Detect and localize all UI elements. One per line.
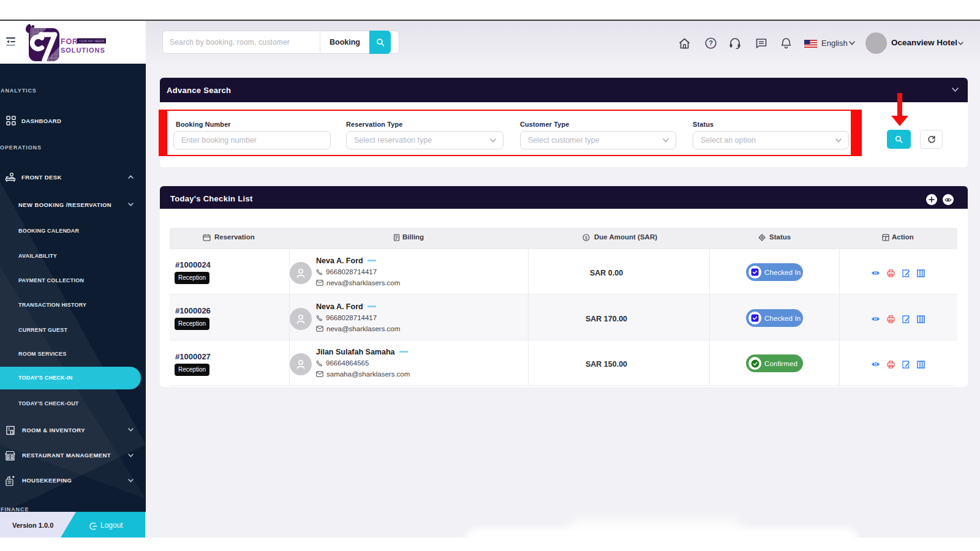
svg-text:$: $: [585, 236, 587, 240]
svg-text:SOLUTIONS: SOLUTIONS: [61, 47, 105, 54]
svg-text:FOR: FOR: [61, 37, 78, 46]
svg-text:?: ?: [709, 39, 713, 47]
svg-text:YOUR ANY NEEDS: YOUR ANY NEEDS: [79, 40, 105, 43]
